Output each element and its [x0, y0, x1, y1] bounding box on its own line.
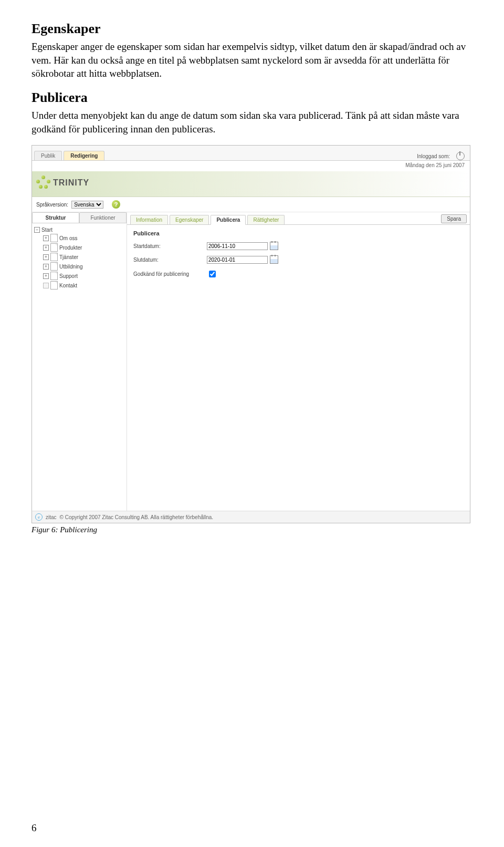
panel-title: Publicera [133, 230, 464, 236]
section-heading-publicera: Publicera [32, 90, 472, 106]
help-icon[interactable]: ? [112, 200, 120, 209]
banner: TRINITY [32, 171, 470, 197]
app-footer: e zitac © Copyright 2007 Zitac Consultin… [32, 511, 470, 523]
tree-item[interactable]: Produkter [34, 243, 124, 252]
page-icon [50, 281, 58, 290]
expand-icon[interactable] [43, 273, 49, 279]
approved-checkbox[interactable] [209, 271, 216, 277]
page-icon [50, 234, 58, 242]
save-button[interactable]: Spara [441, 214, 467, 223]
language-select[interactable]: Svenska [71, 201, 103, 209]
tree-item-label: Om oss [59, 235, 77, 241]
tree-item-label: Kontakt [59, 283, 77, 288]
language-row: Språkversion: Svenska ? [32, 197, 470, 212]
tab-publicera[interactable]: Publicera [211, 215, 246, 225]
start-date-label: Startdatum: [133, 243, 207, 249]
tab-egenskaper[interactable]: Egenskaper [170, 215, 209, 224]
left-tab-bar: Struktur Funktioner [32, 212, 127, 223]
content-tab-bar: Information Egenskaper Publicera Rättigh… [127, 212, 470, 225]
row-startdatum: Startdatum: [133, 242, 464, 250]
footer-brand: zitac [46, 514, 57, 520]
figure-caption: Figur 6: Publicering [32, 525, 472, 534]
expand-icon[interactable] [43, 245, 49, 251]
tab-publik[interactable]: Publik [34, 151, 62, 160]
tree-item[interactable]: Utbildning [34, 262, 124, 271]
date-bar: Måndag den 25 juni 2007 [32, 161, 470, 171]
end-date-input[interactable] [207, 256, 268, 264]
start-date-input[interactable] [207, 242, 268, 250]
language-label: Språkversion: [36, 202, 68, 208]
zitac-logo-icon: e [35, 513, 43, 521]
calendar-icon[interactable] [270, 255, 278, 264]
publish-panel: Publicera Startdatum: Slutdatum: Godkänd… [127, 225, 470, 290]
tab-rattigheter[interactable]: Rättigheter [247, 215, 285, 224]
left-column: Struktur Funktioner Start Om oss Produkt… [32, 212, 127, 517]
tree-item-label: Utbildning [59, 264, 82, 270]
tab-information[interactable]: Information [130, 215, 168, 224]
page-icon [50, 262, 58, 271]
brand-name: TRINITY [53, 178, 89, 188]
page-tree: Start Om oss Produkter Tjänster [32, 223, 127, 293]
tree-root[interactable]: Start [34, 226, 124, 233]
end-date-label: Slutdatum: [133, 257, 207, 263]
page-icon [50, 253, 58, 261]
power-icon[interactable] [456, 152, 465, 160]
expand-icon[interactable] [43, 264, 49, 270]
brand-mark-icon [36, 175, 51, 190]
tree-item[interactable]: Om oss [34, 233, 124, 243]
tree-root-label: Start [41, 227, 52, 233]
tree-item[interactable]: Kontakt [34, 281, 124, 290]
tree-item-label: Tjänster [59, 254, 78, 260]
login-info: Inloggad som: [417, 152, 468, 160]
footer-copyright: © Copyright 2007 Zitac Consulting AB. Al… [60, 514, 214, 520]
tree-item-label: Produkter [59, 245, 82, 251]
expand-icon[interactable] [43, 254, 49, 260]
logged-in-label: Inloggad som: [417, 153, 450, 159]
section-heading-egenskaper: Egenskaper [32, 21, 472, 37]
approved-label: Godkänd för publicering [133, 271, 207, 277]
row-slutdatum: Slutdatum: [133, 255, 464, 264]
page-icon [50, 272, 58, 280]
page-icon [50, 243, 58, 252]
tab-funktioner[interactable]: Funktioner [79, 212, 127, 223]
calendar-icon[interactable] [270, 242, 278, 250]
tree-item[interactable]: Support [34, 271, 124, 281]
collapse-icon[interactable] [34, 227, 40, 233]
leaf-icon [43, 283, 49, 288]
paragraph-publicera: Under detta menyobjekt kan du ange de da… [32, 109, 472, 136]
expand-icon[interactable] [43, 235, 49, 241]
tab-redigering[interactable]: Redigering [64, 151, 104, 160]
app-screenshot: Publik Redigering Inloggad som: Måndag d… [32, 145, 470, 523]
tree-item-label: Support [59, 273, 78, 279]
view-tab-bar: Publik Redigering Inloggad som: [32, 146, 470, 161]
row-approved: Godkänd för publicering [133, 269, 464, 279]
brand: TRINITY [36, 175, 89, 190]
work-area: Struktur Funktioner Start Om oss Produkt… [32, 212, 470, 517]
right-column: Information Egenskaper Publicera Rättigh… [127, 212, 470, 517]
tab-struktur[interactable]: Struktur [32, 212, 79, 223]
paragraph-egenskaper: Egenskaper anger de egenskaper som sidan… [32, 40, 472, 80]
tree-item[interactable]: Tjänster [34, 252, 124, 262]
